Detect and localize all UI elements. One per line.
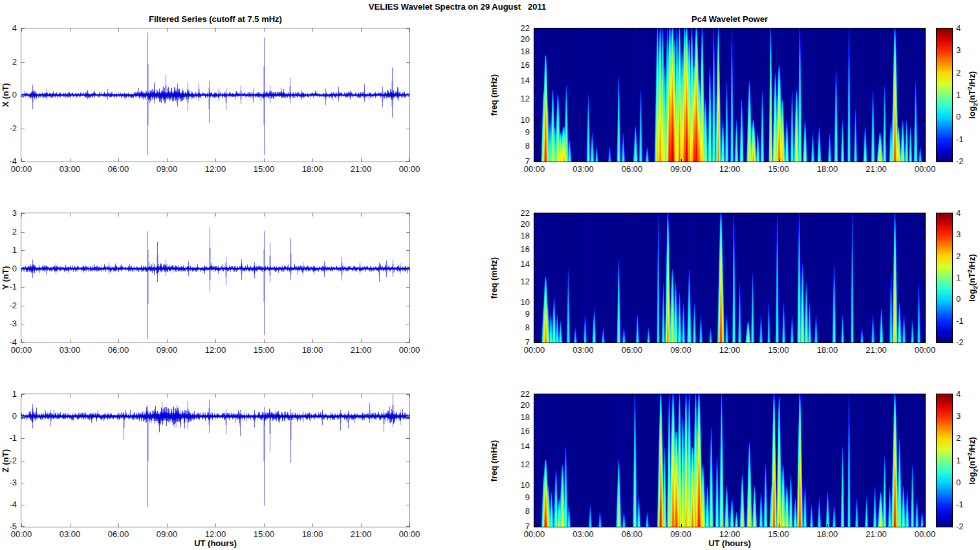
tick-label: 22 — [510, 390, 530, 399]
tick-label: 16 — [510, 61, 530, 70]
tick-label: 0 — [956, 295, 973, 304]
tick-label: 18 — [510, 47, 530, 56]
tick-label: 09:00 — [153, 530, 181, 539]
tick-label: 20 — [510, 35, 530, 44]
tick-label: 1 — [956, 90, 973, 100]
colorbar-y — [936, 213, 953, 343]
tick-label: 06:00 — [104, 346, 133, 355]
tick-label: 18:00 — [813, 165, 842, 174]
tick-label: 9 — [510, 493, 530, 502]
tick-label: 4 — [956, 24, 973, 33]
tick-label: 06:00 — [618, 165, 646, 174]
tick-label: 3 — [956, 230, 973, 239]
tick-label: 00:00 — [911, 530, 939, 539]
tick-label: 12:00 — [201, 530, 230, 539]
timeseries-z-plot — [21, 394, 410, 527]
tick-label: 09:00 — [667, 530, 695, 539]
tick-label: 16 — [510, 245, 530, 254]
colorbar-z — [936, 394, 953, 527]
figure-title: VELIES Wavelet Spectra on 29 August 2011 — [296, 2, 619, 12]
freq-axis-label-1: freq (mHz) — [489, 43, 499, 147]
colorbar-x — [936, 28, 953, 162]
tick-label: 1 — [956, 273, 973, 282]
tick-label: 3 — [0, 209, 17, 218]
tick-label: -2 — [956, 338, 973, 347]
tick-label: 9 — [510, 310, 530, 319]
tick-label: -2 — [956, 522, 973, 531]
tick-label: 03:00 — [569, 530, 598, 539]
tick-label: 0 — [956, 478, 973, 487]
tick-label: 03:00 — [56, 530, 84, 539]
tick-label: 00:00 — [7, 530, 36, 539]
tick-label: 00:00 — [7, 165, 36, 174]
tick-label: 0 — [0, 412, 17, 421]
tick-label: 03:00 — [569, 165, 598, 174]
freq-axis-label-3: freq (mHz) — [489, 409, 499, 513]
tick-label: 06:00 — [104, 165, 133, 174]
tick-label: 12 — [510, 460, 530, 469]
tick-label: 15:00 — [250, 530, 278, 539]
ut-hours-label-left: UT (hours) — [151, 538, 280, 548]
tick-label: 1 — [0, 390, 17, 399]
tick-label: -4 — [0, 500, 17, 509]
tick-label: 06:00 — [104, 530, 133, 539]
timeseries-x-plot — [21, 28, 410, 162]
tick-label: 7 — [510, 157, 530, 166]
tick-label: 18:00 — [813, 346, 842, 355]
tick-label: 16 — [510, 427, 530, 436]
tick-label: 06:00 — [618, 530, 646, 539]
tick-label: -4 — [0, 157, 17, 166]
tick-label: 12:00 — [201, 346, 230, 355]
tick-label: 18:00 — [298, 346, 327, 355]
tick-label: 00:00 — [395, 165, 424, 174]
tick-label: 21:00 — [862, 530, 891, 539]
tick-label: -3 — [0, 319, 17, 328]
tick-label: 09:00 — [153, 165, 181, 174]
tick-label: 12 — [510, 94, 530, 103]
tick-label: 8 — [510, 142, 530, 151]
tick-label: 4 — [956, 209, 973, 218]
tick-label: 00:00 — [395, 530, 424, 539]
tick-label: 21:00 — [862, 165, 891, 174]
tick-label: 14 — [510, 442, 530, 451]
tick-label: 2 — [956, 252, 973, 261]
filtered-series-title: Filtered Series (cutoff at 7.5 mHz) — [21, 14, 409, 24]
tick-label: 2 — [0, 227, 17, 237]
tick-label: 12:00 — [201, 165, 230, 174]
tick-label: 22 — [510, 24, 530, 33]
tick-label: 21:00 — [347, 165, 375, 174]
tick-label: 2 — [956, 69, 973, 78]
tick-label: 0 — [956, 112, 973, 122]
tick-label: 2 — [0, 58, 17, 67]
tick-label: 2 — [956, 434, 973, 443]
wavelet-spectra-figure: VELIES Wavelet Spectra on 29 August 2011… — [0, 0, 980, 550]
tick-label: 7 — [510, 338, 530, 347]
tick-label: 21:00 — [347, 346, 375, 355]
tick-label: 14 — [510, 260, 530, 269]
tick-label: -1 — [956, 500, 973, 509]
tick-label: 00:00 — [520, 346, 549, 355]
tick-label: 15:00 — [765, 346, 793, 355]
tick-label: 7 — [510, 522, 530, 531]
tick-label: 09:00 — [667, 165, 695, 174]
tick-label: 00:00 — [911, 346, 939, 355]
tick-label: 03:00 — [56, 346, 84, 355]
tick-label: 20 — [510, 220, 530, 229]
tick-label: 00:00 — [520, 165, 549, 174]
pc4-wavelet-power-title: Pc4 Wavelet Power — [534, 14, 925, 24]
tick-label: 12:00 — [715, 346, 744, 355]
tick-label: 06:00 — [618, 346, 646, 355]
tick-label: 18 — [510, 231, 530, 240]
tick-label: 18 — [510, 413, 530, 422]
y-axis-label-y: Y (nT) — [1, 226, 11, 330]
tick-label: 09:00 — [667, 346, 695, 355]
tick-label: 18:00 — [813, 530, 842, 539]
tick-label: 12:00 — [715, 530, 744, 539]
tick-label: 15:00 — [765, 165, 793, 174]
tick-label: 10 — [510, 481, 530, 490]
tick-label: 8 — [510, 323, 530, 332]
tick-label: 8 — [510, 507, 530, 516]
tick-label: 18:00 — [298, 165, 327, 174]
tick-label: 0 — [0, 90, 17, 100]
tick-label: 21:00 — [347, 530, 375, 539]
